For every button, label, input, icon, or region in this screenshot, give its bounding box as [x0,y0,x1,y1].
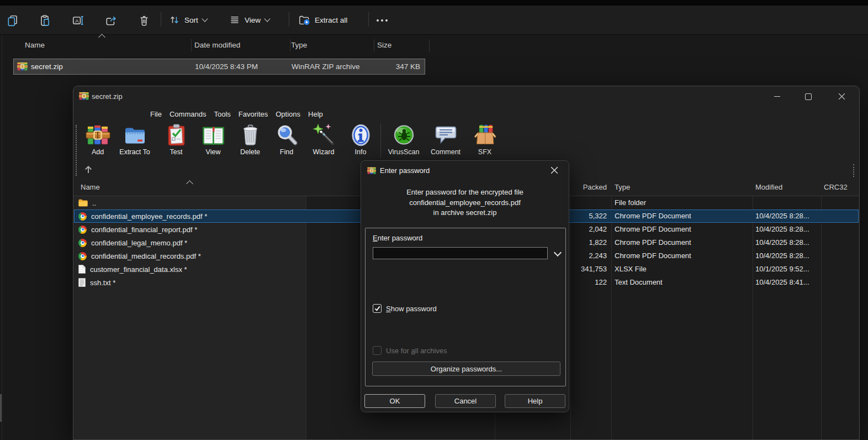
toolbar-find-button[interactable]: Find [268,123,305,161]
show-password-checkbox[interactable]: Show password [373,304,437,313]
toolbar-group-separator [380,124,381,158]
sfx-icon [473,123,497,148]
winrar-titlebar[interactable]: secret.zip [73,86,859,107]
sort-button[interactable]: Sort [169,11,207,29]
password-history-dropdown-button[interactable] [551,247,564,259]
column-header-crc32[interactable]: CRC32 [824,179,848,196]
column-header-size[interactable]: Size [377,37,391,54]
toolbar-add-button[interactable]: Add [80,123,116,161]
close-button[interactable] [829,86,854,107]
chrome-pdf-icon [78,212,87,221]
chevron-down-icon [264,15,270,22]
show-password-label: Show password [386,305,437,313]
entry-type: Chrome PDF Document [615,249,691,263]
address-bar-gripper[interactable] [853,164,854,177]
toolbar-separator [368,12,369,27]
entry-type: Chrome PDF Document [615,209,691,223]
toolbar-label: SFX [467,148,503,156]
menu-item-commands[interactable]: Commands [166,107,210,122]
toolbar-comment-button[interactable]: Comment [427,123,464,161]
virus-scan-icon [391,123,416,148]
message-line: confidential_employee_records.pdf [361,198,569,208]
use-for-all-archives-label: Use for all archives [386,347,447,355]
cancel-button[interactable]: Cancel [435,394,496,408]
test-archive-icon [164,123,189,148]
ellipsis-icon [377,19,389,22]
extract-all-icon [298,14,310,26]
scrollbar-thumb[interactable] [0,394,2,422]
dialog-message: Enter password for the encrypted file co… [361,187,569,218]
menu-item-tools[interactable]: Tools [210,107,234,122]
menu-item-favorites[interactable]: Favorites [235,107,272,122]
entry-name: confidential_medical_records.pdf * [91,252,201,260]
maximize-button[interactable] [796,86,821,107]
entry-name: confidential_employee_records.pdf * [91,212,207,221]
entry-modified: 10/4/2025 8:28... [755,209,809,223]
dialog-title: Enter password [380,161,430,181]
toolbar-delete-button[interactable]: Delete [232,123,268,161]
menu-item-options[interactable]: Options [272,107,304,122]
explorer-column-headers: Name Date modified Type Size [0,37,868,54]
dialog-close-button[interactable] [543,162,565,180]
entry-modified: 10/4/2025 8:28... [755,236,809,249]
toolbar-wizard-button[interactable]: Wizard [305,123,342,161]
enter-password-dialog: Enter password Enter password for the en… [361,160,569,412]
file-size: 347 KB [396,59,420,74]
toolbar-info-button[interactable]: Info [342,123,379,161]
organize-passwords-button[interactable]: Organize passwords... [372,362,560,376]
paste-button[interactable] [36,12,53,29]
share-icon [105,14,117,27]
copy-button[interactable] [4,12,21,29]
entry-type: Chrome PDF Document [615,236,691,249]
close-icon [551,166,558,174]
column-header-name[interactable]: Name [25,37,45,54]
explorer-top-edge [0,0,868,6]
wizard-icon [311,123,336,148]
paste-icon [39,14,51,27]
column-header-name[interactable]: Name [81,179,100,196]
explorer-toolbar: A Sort [0,6,868,35]
column-divider [191,39,192,51]
file-date-modified: 10/4/2025 8:43 PM [195,59,258,74]
column-header-modified[interactable]: Modified [755,179,782,196]
delete-button[interactable] [136,12,152,29]
column-header-date-modified[interactable]: Date modified [194,37,240,54]
checkbox-unchecked-icon [373,346,382,355]
rename-button[interactable]: A [70,12,86,29]
menu-item-file[interactable]: File [146,107,166,122]
entry-type: Text Document [615,276,663,289]
sort-label: Sort [184,16,198,24]
extract-all-button[interactable]: Extract all [298,11,347,29]
sort-ascending-icon [98,34,105,41]
menu-item-help[interactable]: Help [304,107,327,122]
more-options-button[interactable] [374,12,391,29]
file-row-secret-zip[interactable]: secret.zip 10/4/2025 8:43 PM WinRAR ZIP … [13,59,425,75]
dialog-titlebar[interactable]: Enter password [361,161,569,181]
toolbar-virusscan-button[interactable]: VirusScan [385,123,422,161]
toolbar-sfx-button[interactable]: SFX [467,123,503,161]
window-edge-line [2,34,2,440]
minimize-button[interactable] [764,86,790,107]
up-arrow-icon [83,165,93,175]
toolbar-view-button[interactable]: View [195,123,231,161]
generic-file-icon [78,265,86,274]
ok-button[interactable]: OK [364,394,425,408]
checkbox-checked-icon [373,304,382,313]
entry-modified: 10/4/2025 8:28... [755,249,809,263]
column-header-type[interactable]: Type [615,179,630,196]
share-button[interactable] [103,12,119,29]
message-line: Enter password for the encrypted file [361,187,569,198]
toolbar-label: VirusScan [385,148,422,156]
password-input[interactable] [373,247,548,259]
entry-name: confidential_legal_memo.pdf * [91,239,187,247]
toolbar-label: Find [268,148,305,156]
chevron-down-icon [202,15,208,22]
column-header-type[interactable]: Type [291,37,307,54]
toolbar-extract-to-button[interactable]: Extract To [117,123,153,161]
view-button[interactable]: View [229,11,269,29]
toolbar-test-button[interactable]: Test [158,123,194,161]
sort-ascending-icon [186,180,193,187]
trash-icon [138,14,150,27]
up-directory-button[interactable] [80,164,96,177]
help-button[interactable]: Help [505,394,565,408]
